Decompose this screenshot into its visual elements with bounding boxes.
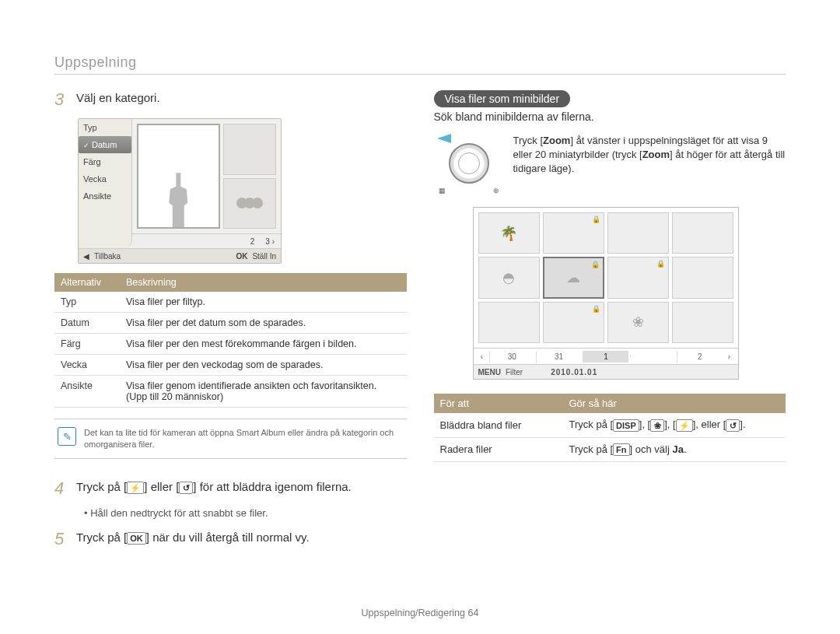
page-footer: Uppspelning/Redigering 64 bbox=[0, 608, 840, 618]
date-cell[interactable]: 31 bbox=[536, 351, 581, 363]
prev-arrow-icon[interactable]: ‹ bbox=[477, 352, 488, 361]
grid-thumb[interactable]: ❀ bbox=[607, 302, 669, 343]
flash-key-icon: ⚡ bbox=[127, 482, 144, 494]
section-title: Uppspelning bbox=[54, 54, 786, 75]
zoom-dial: ▦⊕ bbox=[434, 134, 504, 194]
table-row: TypVisa filer per filtyp. bbox=[54, 292, 407, 313]
section-pill: Visa filer som minibilder bbox=[434, 90, 571, 107]
next-arrow-icon[interactable]: › bbox=[724, 352, 735, 361]
step-text: Välj en kategori. bbox=[76, 90, 160, 109]
grid-thumb[interactable] bbox=[672, 212, 733, 254]
dial-arrow-icon bbox=[437, 134, 451, 143]
date-cell[interactable]: 30 bbox=[489, 351, 534, 363]
lock-icon: 🔒 bbox=[591, 261, 600, 268]
action-table: För att Gör så här Bläddra bland filer T… bbox=[434, 394, 786, 462]
step4-bullet: • Håll den nedtryckt för att snabbt se f… bbox=[84, 507, 407, 519]
page-2: 2 bbox=[250, 237, 255, 246]
ok-key: OK bbox=[236, 252, 247, 261]
cat-vecka[interactable]: Vecka bbox=[79, 170, 131, 187]
note-box: ✎ Det kan ta lite tid för kameran att öp… bbox=[54, 419, 407, 459]
page-3: 3 › bbox=[265, 237, 275, 246]
alternativ-table: Alternativ Beskrivning TypVisa filer per… bbox=[54, 273, 407, 408]
grid-thumb[interactable]: 🔒 bbox=[543, 302, 604, 343]
step-text: Tryck på [OK] när du vill återgå till no… bbox=[76, 530, 310, 548]
filter-label: Filter bbox=[506, 368, 523, 377]
grid-icon: ▦ bbox=[439, 187, 446, 194]
step-5: 5 Tryck på [OK] när du vill återgå till … bbox=[54, 530, 407, 548]
th-foratt: För att bbox=[434, 394, 563, 413]
step-text: Tryck på [⚡] eller [↺] för att bläddra i… bbox=[76, 479, 352, 498]
lock-icon: 🔒 bbox=[656, 260, 665, 268]
date-cell[interactable]: 2 bbox=[677, 351, 722, 363]
flash-key-icon: ⚡ bbox=[676, 419, 693, 432]
category-screen: Typ Datum Färg Vecka Ansikte bbox=[78, 118, 282, 264]
step-num: 3 bbox=[54, 90, 67, 109]
zoom-text: Tryck [Zoom] åt vänster i uppspelningslä… bbox=[513, 134, 786, 194]
timer-key-icon: ↺ bbox=[179, 482, 193, 494]
step-num: 5 bbox=[54, 530, 67, 548]
cat-farg[interactable]: Färg bbox=[79, 153, 131, 170]
dial-icon bbox=[449, 143, 489, 184]
footer-date: 2010.01.01 bbox=[551, 368, 597, 377]
step-3: 3 Välj en kategori. bbox=[54, 90, 407, 109]
set-label: Ställ In bbox=[252, 252, 276, 261]
flower-icon: ❀ bbox=[632, 313, 644, 331]
note-icon: ✎ bbox=[58, 427, 76, 446]
lock-icon: 🔒 bbox=[592, 215, 600, 223]
step-4: 4 Tryck på [⚡] eller [↺] för att bläddra… bbox=[54, 479, 407, 498]
table-row: Bläddra bland filer Tryck på [DISP], [❀]… bbox=[434, 413, 786, 437]
th-gorsahar: Gör så här bbox=[563, 394, 786, 413]
grid-thumb[interactable]: ◓ bbox=[478, 257, 540, 298]
left-column: 3 Välj en kategori. Typ Datum Färg Vecka… bbox=[54, 90, 407, 558]
table-row: DatumVisa filer per det datum som de spa… bbox=[54, 313, 407, 334]
grid-thumb-selected[interactable]: 🔒☁ bbox=[543, 257, 604, 298]
palm-icon: 🌴 bbox=[500, 225, 517, 242]
thumb-small-faces bbox=[223, 178, 276, 229]
ok-key-icon: OK bbox=[127, 532, 146, 545]
note-text: Det kan ta lite tid för kameran att öppn… bbox=[84, 427, 404, 450]
date-cell-selected[interactable]: 1 bbox=[583, 351, 628, 363]
screen1-page-nav: 2 3 › bbox=[132, 233, 281, 248]
right-column: Visa filer som minibilder Sök bland mini… bbox=[434, 90, 786, 558]
date-cell[interactable] bbox=[630, 355, 675, 358]
disp-key-icon: DISP bbox=[613, 419, 639, 432]
face-icon: ◓ bbox=[502, 269, 515, 286]
person-icon bbox=[166, 173, 190, 227]
fn-key-icon: Fn bbox=[613, 443, 629, 456]
back-label: Tillbaka bbox=[94, 252, 121, 261]
grid-thumb[interactable]: 🔒 bbox=[607, 257, 669, 298]
table-row: Radera filer Tryck på [Fn] och välj Ja. bbox=[434, 437, 786, 462]
category-list: Typ Datum Färg Vecka Ansikte bbox=[79, 119, 132, 248]
grid-thumb[interactable] bbox=[478, 302, 540, 343]
lock-icon: 🔒 bbox=[592, 305, 600, 313]
table-row: AnsikteVisa filer genom identifierade an… bbox=[54, 376, 407, 408]
th-alternativ: Alternativ bbox=[54, 273, 120, 292]
grid-thumb[interactable] bbox=[672, 257, 733, 298]
macro-key-icon: ❀ bbox=[650, 419, 664, 432]
grid-thumb[interactable] bbox=[607, 212, 669, 254]
thumb-small bbox=[223, 124, 276, 175]
sub-text: Sök bland minibilderna av filerna. bbox=[434, 110, 786, 123]
zoom-instruction: ▦⊕ Tryck [Zoom] åt vänster i uppspelning… bbox=[434, 134, 786, 194]
thumbnail-screen: 🌴 🔒 ◓ 🔒☁ 🔒 🔒 ❀ ‹ 30 31 bbox=[473, 207, 739, 380]
grid-thumb[interactable]: 🌴 bbox=[478, 212, 540, 254]
dates-row: ‹ 30 31 1 2 › bbox=[474, 348, 738, 364]
grid-thumb[interactable] bbox=[672, 302, 733, 343]
menu-key: MENU bbox=[478, 368, 501, 377]
th-beskrivning: Beskrivning bbox=[120, 273, 407, 292]
thumb-large bbox=[137, 124, 220, 229]
back-arrow-icon[interactable]: ◀ bbox=[83, 252, 89, 261]
cat-datum[interactable]: Datum bbox=[79, 136, 131, 153]
grid-thumb[interactable]: 🔒 bbox=[543, 212, 604, 254]
timer-key-icon: ↺ bbox=[726, 419, 740, 432]
table-row: VeckaVisa filer per den veckodag som de … bbox=[54, 355, 407, 376]
cat-ansikte[interactable]: Ansikte bbox=[79, 187, 131, 205]
cloud-icon: ☁ bbox=[566, 269, 580, 286]
step-num: 4 bbox=[54, 479, 67, 498]
cat-typ[interactable]: Typ bbox=[79, 119, 131, 136]
zoom-in-icon: ⊕ bbox=[493, 187, 499, 194]
table-row: FärgVisa filer per den mest förekommande… bbox=[54, 334, 407, 355]
